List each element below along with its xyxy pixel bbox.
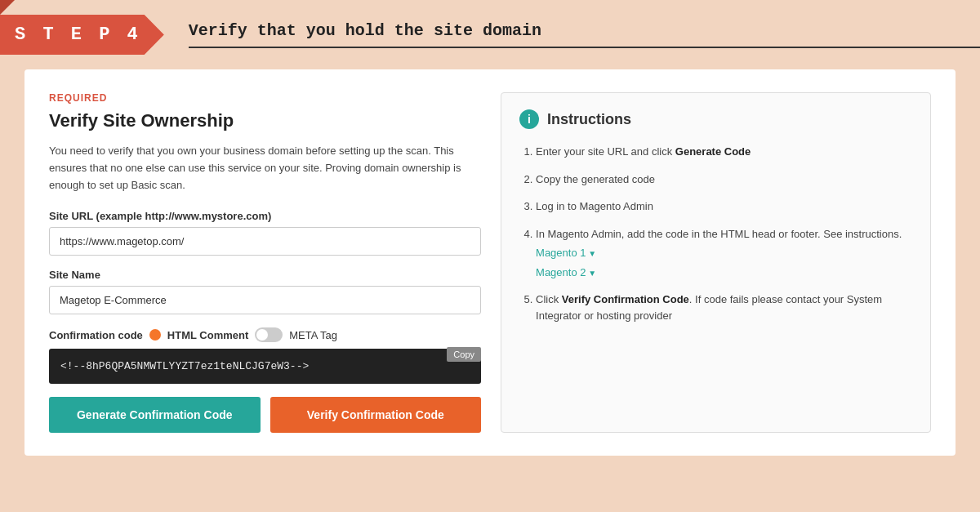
instruction-step-2: Copy the generated code — [536, 171, 912, 188]
orange-dot-icon — [149, 329, 161, 341]
info-icon: i — [519, 109, 539, 129]
corner-decoration — [0, 0, 15, 15]
instruction-step-1: Enter your site URL and click Generate C… — [536, 144, 912, 160]
step5-bold: Verify Confirmation Code — [562, 293, 689, 305]
magento1-link[interactable]: Magento 1 — [536, 245, 912, 261]
panel-description: You need to verify that you own your bus… — [49, 143, 481, 194]
right-panel: i Instructions Enter your site URL and c… — [501, 92, 931, 433]
toggle-switch[interactable] — [255, 327, 283, 342]
required-label: REQUIRED — [49, 92, 481, 104]
verify-confirmation-code-button[interactable]: Verify Confirmation Code — [270, 397, 482, 433]
main-content: REQUIRED Verify Site Ownership You need … — [24, 69, 956, 456]
site-name-input[interactable] — [49, 286, 481, 314]
site-name-label: Site Name — [49, 269, 481, 281]
magento2-link[interactable]: Magento 2 — [536, 265, 912, 281]
page-title: Verify that you hold the site domain — [189, 21, 980, 48]
button-row: Generate Confirmation Code Verify Confir… — [49, 397, 481, 433]
left-panel: REQUIRED Verify Site Ownership You need … — [49, 92, 481, 433]
instruction-step-4: In Magento Admin, add the code in the HT… — [536, 226, 912, 281]
copy-button[interactable]: Copy — [447, 347, 481, 362]
panel-title: Verify Site Ownership — [49, 110, 481, 131]
instruction-step-5: Click Verify Confirmation Code. If code … — [536, 292, 912, 323]
generate-confirmation-code-button[interactable]: Generate Confirmation Code — [49, 397, 261, 433]
html-comment-label: HTML Comment — [167, 329, 248, 341]
code-display: <!--8hP6QPA5NMWTLYYZT7ez1teNLCJG7eW3--> — [49, 349, 481, 384]
step-badge: S T E P 4 — [0, 15, 164, 55]
instructions-list: Enter your site URL and click Generate C… — [519, 144, 912, 323]
meta-tag-label: META Tag — [289, 329, 337, 341]
instruction-step-3: Log in to Magento Admin — [536, 198, 912, 215]
instructions-title: Instructions — [547, 111, 631, 128]
confirmation-code-label: Confirmation code — [49, 329, 143, 341]
instructions-header: i Instructions — [519, 109, 912, 129]
site-url-input[interactable] — [49, 227, 481, 256]
site-url-label: Site URL (example http://www.mystore.com… — [49, 210, 481, 222]
step1-bold: Generate Code — [675, 145, 751, 158]
code-box-wrapper: Copy <!--8hP6QPA5NMWTLYYZT7ez1teNLCJG7eW… — [49, 349, 481, 384]
page-header: S T E P 4 Verify that you hold the site … — [0, 0, 980, 55]
confirmation-code-row: Confirmation code HTML Comment META Tag — [49, 327, 481, 342]
